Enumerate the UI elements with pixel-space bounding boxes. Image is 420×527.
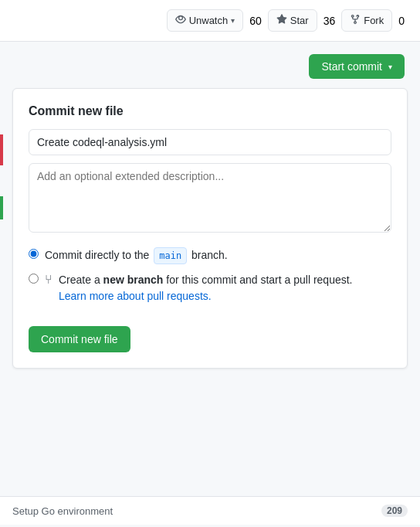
start-commit-button[interactable]: Start commit ▾: [309, 54, 405, 79]
commit-target-options: Commit directly to the main branch. ⑂ Cr…: [29, 247, 391, 304]
new-branch-bold-text: new branch: [103, 274, 164, 286]
fork-count: 0: [398, 15, 405, 27]
star-icon: [276, 14, 287, 27]
new-branch-option: ⑂ Create a new branch for this commit an…: [29, 272, 391, 304]
start-commit-label: Start commit: [321, 60, 382, 73]
fork-button[interactable]: Fork: [341, 9, 392, 32]
watch-button[interactable]: Unwatch ▾: [167, 9, 244, 32]
direct-commit-radio[interactable]: [29, 249, 39, 259]
bottom-item-label: Setup Go environment: [12, 505, 113, 517]
direct-commit-post-text: branch.: [191, 249, 228, 261]
star-button[interactable]: Star: [268, 9, 317, 32]
fork-icon: [350, 14, 361, 27]
eye-icon: [175, 14, 186, 27]
commit-new-file-button[interactable]: Commit new file: [29, 326, 130, 352]
commit-panel: Commit new file Commit directly to the m…: [12, 88, 408, 369]
commit-title-input[interactable]: [29, 129, 391, 155]
commit-panel-title: Commit new file: [29, 104, 391, 118]
bottom-hint-bar: Setup Go environment 209: [0, 496, 420, 525]
new-branch-radio[interactable]: [29, 274, 39, 284]
star-label: Star: [290, 15, 309, 26]
learn-more-link[interactable]: Learn more about pull requests.: [59, 290, 212, 302]
watch-label: Unwatch: [189, 15, 229, 26]
direct-commit-option: Commit directly to the main branch.: [29, 247, 391, 264]
top-bar: Unwatch ▾ 60 Star 36 Fork 0: [0, 0, 420, 42]
branch-badge: main: [154, 247, 187, 264]
star-count: 36: [323, 15, 336, 27]
direct-commit-label[interactable]: Commit directly to the main branch.: [45, 247, 228, 264]
watch-dropdown-arrow: ▾: [231, 16, 235, 25]
new-branch-pre-text: Create a: [59, 274, 100, 286]
bottom-commit-count: 209: [381, 505, 408, 517]
watch-count: 60: [249, 15, 262, 27]
content-area: Start commit ▾ Commit new file Commit di…: [0, 42, 420, 525]
new-branch-post-text: for this commit and start a pull request…: [166, 274, 352, 286]
direct-commit-pre-text: Commit directly to the: [45, 249, 149, 261]
new-branch-label[interactable]: Create a new branch for this commit and …: [59, 272, 353, 304]
diff-addition-accent: [0, 196, 3, 219]
start-commit-area: Start commit ▾: [0, 42, 420, 88]
start-commit-arrow: ▾: [388, 63, 392, 71]
fork-label: Fork: [364, 15, 384, 26]
diff-deletion-accent: [0, 134, 3, 165]
pull-request-icon: ⑂: [45, 273, 52, 287]
commit-description-textarea[interactable]: [29, 163, 391, 233]
